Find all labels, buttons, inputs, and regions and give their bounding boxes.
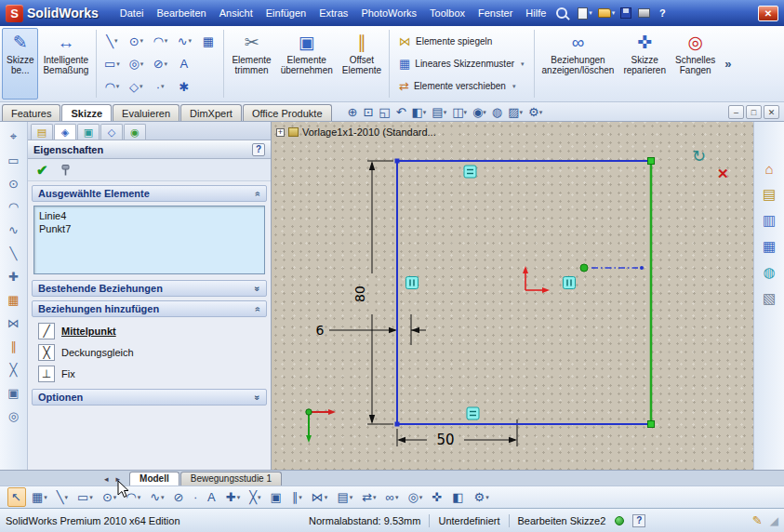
construction-geometry-tool[interactable]: ✱ bbox=[172, 75, 196, 98]
propertymanager-tab[interactable]: ◈ bbox=[54, 124, 76, 140]
mirror-icon[interactable]: ⋈ bbox=[4, 313, 24, 333]
toolbar-overflow-chevron[interactable]: » bbox=[720, 28, 736, 100]
custom-properties-icon[interactable]: ▧ bbox=[763, 290, 776, 307]
spline-tool[interactable]: ∿▾ bbox=[172, 30, 196, 52]
selected-point[interactable] bbox=[580, 264, 588, 272]
expand-chevron-icon[interactable]: » bbox=[253, 394, 263, 400]
model-tab-modell[interactable]: Modell bbox=[129, 472, 179, 485]
confirm-cancel-icon[interactable]: ✕ bbox=[717, 166, 729, 182]
inference-point[interactable] bbox=[640, 266, 644, 270]
close-button[interactable]: ✕ bbox=[758, 6, 778, 21]
sketch-endpoint[interactable] bbox=[395, 422, 400, 427]
quick-snap-tool[interactable]: ◎▾ bbox=[404, 487, 426, 507]
previous-view-icon[interactable]: ↶ bbox=[394, 105, 408, 119]
line-tool[interactable]: ╲▾ bbox=[100, 30, 124, 52]
zoom-area-icon[interactable]: ◱ bbox=[377, 105, 392, 119]
line-tool[interactable]: ╲▾ bbox=[53, 487, 72, 507]
featuremanager-tab[interactable]: ▤ bbox=[31, 124, 53, 140]
menu-toolbox[interactable]: Toolbox bbox=[423, 5, 472, 21]
circle-tool[interactable]: ⊙▾ bbox=[124, 30, 148, 52]
dimxpertmanager-tab[interactable]: ◇ bbox=[100, 124, 123, 140]
help-button[interactable]: ? bbox=[656, 7, 670, 20]
selected-entity-linie4[interactable]: Linie4 bbox=[39, 209, 259, 222]
print-button[interactable] bbox=[637, 7, 652, 19]
point-tool[interactable]: ∙▾ bbox=[148, 75, 172, 98]
mirror-tool[interactable]: ⋈▾ bbox=[308, 487, 332, 507]
open-document-button[interactable]: ▾ bbox=[597, 7, 617, 19]
exit-sketch-button[interactable]: ✎ Skizze be... bbox=[2, 28, 38, 100]
line-icon[interactable]: ╲ bbox=[4, 243, 24, 263]
tab-scroll-left-icon[interactable]: ◂ bbox=[100, 474, 113, 485]
menu-ansicht[interactable]: Ansicht bbox=[213, 5, 259, 21]
minimize-button[interactable]: – bbox=[728, 105, 744, 119]
quick-snaps-button[interactable]: ◎ Schnelles Fangen bbox=[671, 28, 720, 100]
smart-dimension-button[interactable]: ↔ Intelligente Bemaßung bbox=[38, 28, 93, 100]
options-tool[interactable]: ⚙▾ bbox=[470, 487, 492, 507]
move-tool[interactable]: ⇄▾ bbox=[358, 487, 379, 507]
text-tool[interactable]: A bbox=[172, 53, 196, 75]
menu-bearbeiten[interactable]: Bearbeiten bbox=[150, 5, 212, 21]
tab-skizze[interactable]: Skizze bbox=[61, 104, 112, 121]
relation-mittelpunkt[interactable]: ╱Mittelpunkt bbox=[33, 320, 265, 341]
grid-snap-tool[interactable]: ▦▾ bbox=[28, 487, 51, 507]
help-button[interactable]: ? bbox=[252, 143, 265, 156]
ellipse-tool[interactable]: ⊘▾ bbox=[148, 53, 172, 75]
pin-icon[interactable] bbox=[60, 164, 73, 177]
group-header[interactable]: Beziehungen hinzufügen » bbox=[32, 300, 267, 317]
resources-home-icon[interactable]: ⌂ bbox=[764, 161, 773, 177]
zoom-in-out-icon[interactable]: ⊕ bbox=[346, 105, 360, 119]
rectangle-tool[interactable]: ▭▾ bbox=[73, 487, 97, 507]
tab-features[interactable]: Features bbox=[2, 104, 60, 121]
convert-icon[interactable]: ▣ bbox=[4, 382, 24, 403]
spline-icon[interactable]: ∿ bbox=[4, 219, 24, 240]
menu-einfuegen[interactable]: Einfügen bbox=[259, 5, 312, 21]
convert-entities-tool[interactable]: ▣ bbox=[267, 487, 286, 507]
offset-icon[interactable]: ∥ bbox=[4, 336, 24, 356]
motion-study-tab[interactable]: Bewegungsstudie 1 bbox=[180, 472, 282, 485]
arc-tool[interactable]: ◠▾ bbox=[122, 487, 144, 507]
graphics-area[interactable]: + Vorlage1x1-2010 (Standard... 80 bbox=[272, 122, 753, 470]
move-entities-button[interactable]: ⇄Elemente verschieben▾ bbox=[394, 75, 529, 97]
repair-sketch-tool[interactable]: ✜ bbox=[428, 487, 446, 507]
dimension-icon[interactable]: ✚ bbox=[4, 266, 24, 286]
design-library-icon[interactable]: ▤ bbox=[763, 186, 776, 203]
relation-fix[interactable]: ⊥Fix bbox=[33, 363, 265, 384]
view-orientation-icon[interactable]: ▤▾ bbox=[430, 105, 448, 119]
trim-entities-button[interactable]: ✂ Elemente trimmen bbox=[227, 28, 275, 100]
search-icon[interactable] bbox=[556, 7, 567, 19]
close-document-button[interactable]: ✕ bbox=[764, 105, 779, 119]
quick-tips-button[interactable]: ? bbox=[632, 514, 645, 527]
view-palette-icon[interactable]: ▦ bbox=[763, 238, 776, 255]
rectangle-tool[interactable]: ▭▾ bbox=[100, 53, 124, 75]
file-explorer-icon[interactable]: ▥ bbox=[763, 212, 776, 229]
relation-badge-vertical-left[interactable] bbox=[406, 277, 419, 289]
sketch-endpoint-selected[interactable] bbox=[648, 158, 655, 165]
circle-tool[interactable]: ⊙▾ bbox=[99, 487, 120, 507]
menu-hilfe[interactable]: Hilfe bbox=[519, 5, 552, 21]
apply-scene-icon[interactable]: ▨▾ bbox=[506, 105, 525, 119]
tab-office-produkte[interactable]: Office Produkte bbox=[243, 104, 332, 121]
sketch-endpoint[interactable] bbox=[395, 159, 400, 164]
relation-badge-horizontal-top[interactable] bbox=[464, 166, 476, 178]
view-settings-icon[interactable]: ⚙▾ bbox=[526, 105, 544, 119]
collapse-chevron-icon[interactable]: » bbox=[253, 191, 263, 196]
tree-label[interactable]: Vorlage1x1-2010 (Standard... bbox=[302, 126, 436, 138]
dimension-height-80[interactable]: 80 bbox=[352, 161, 393, 424]
point-tool[interactable]: ∙ bbox=[190, 487, 202, 507]
tab-scroll-right-icon[interactable]: ▸ bbox=[113, 474, 125, 485]
pattern-tool[interactable]: ▤▾ bbox=[333, 487, 356, 507]
offset-entities-button[interactable]: ∥ Offset Elemente bbox=[338, 28, 386, 100]
zoom-to-fit-icon[interactable]: ⊡ bbox=[361, 105, 375, 119]
tab-dimxpert[interactable]: DimXpert bbox=[180, 104, 242, 121]
pattern-icon[interactable]: ▦ bbox=[4, 289, 24, 310]
select-tool[interactable]: ↖ bbox=[7, 487, 26, 507]
tree-expander-icon[interactable]: + bbox=[276, 128, 285, 137]
configurationmanager-tab[interactable]: ▣ bbox=[77, 124, 100, 140]
edit-appearance-icon[interactable]: ◍ bbox=[490, 105, 504, 119]
relation-deckungsgleich[interactable]: ╳Deckungsgleich bbox=[33, 341, 265, 363]
dimension-width-label[interactable]: 50 bbox=[436, 432, 454, 448]
displaymanager-tab[interactable]: ◉ bbox=[124, 124, 146, 140]
relation-badge-horizontal-bottom[interactable] bbox=[467, 407, 479, 419]
mirror-entities-button[interactable]: ⋈Elemente spiegeln bbox=[394, 31, 529, 52]
group-header[interactable]: Ausgewählte Elemente » bbox=[32, 185, 267, 202]
